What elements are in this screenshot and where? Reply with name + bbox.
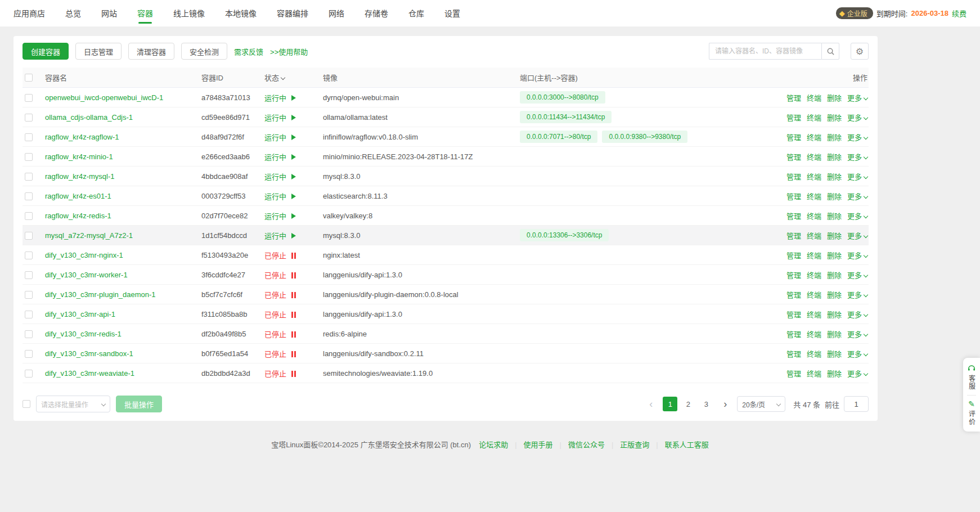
- next-page-button[interactable]: ›: [718, 397, 732, 411]
- page-size-select[interactable]: 20条/页: [737, 396, 785, 412]
- container-name-link[interactable]: ragflow_kr4z-redis-1: [45, 212, 111, 220]
- row-action-delete[interactable]: 删除: [827, 210, 842, 221]
- row-action-more[interactable]: 更多: [847, 388, 867, 390]
- renew-link[interactable]: 续费: [952, 8, 966, 19]
- container-name-link[interactable]: dify_v130_c3mr-worker-1: [45, 271, 128, 279]
- page-button-1[interactable]: 1: [663, 397, 677, 411]
- row-action-more[interactable]: 更多: [847, 309, 867, 320]
- row-checkbox[interactable]: [25, 114, 33, 122]
- row-action-manage[interactable]: 管理: [786, 289, 801, 300]
- row-action-manage[interactable]: 管理: [786, 92, 801, 103]
- row-action-manage[interactable]: 管理: [786, 329, 801, 339]
- row-action-more[interactable]: 更多: [847, 210, 867, 221]
- row-action-delete[interactable]: 删除: [827, 230, 842, 241]
- row-action-terminal[interactable]: 终端: [807, 151, 821, 162]
- row-action-terminal[interactable]: 终端: [807, 329, 821, 339]
- container-name-link[interactable]: dify_v130_c3mr-api-1: [45, 310, 115, 318]
- container-name-link[interactable]: dify_v130_c3mr-redis-1: [45, 330, 122, 338]
- container-name-link[interactable]: ragflow_kr4z-ragflow-1: [45, 133, 119, 141]
- row-action-terminal[interactable]: 终端: [807, 230, 821, 241]
- row-action-more[interactable]: 更多: [847, 270, 867, 280]
- row-action-delete[interactable]: 删除: [827, 92, 842, 103]
- row-action-delete[interactable]: 删除: [827, 368, 842, 379]
- row-action-delete[interactable]: 删除: [827, 151, 842, 162]
- container-name-link[interactable]: mysql_a7z2-mysql_A7z2-1: [45, 231, 133, 240]
- nav-item-线上镜像[interactable]: 线上镜像: [173, 0, 205, 27]
- goto-page-input[interactable]: [844, 396, 869, 412]
- row-checkbox[interactable]: [25, 350, 33, 358]
- row-action-delete[interactable]: 删除: [827, 132, 842, 142]
- row-checkbox[interactable]: [25, 94, 33, 102]
- nav-item-仓库[interactable]: 仓库: [408, 0, 424, 27]
- feedback-link[interactable]: 需求反馈: [234, 46, 263, 57]
- row-action-manage[interactable]: 管理: [786, 112, 801, 123]
- create-container-button[interactable]: 创建容器: [23, 43, 69, 60]
- container-name-link[interactable]: ragflow_kr4z-mysql-1: [45, 172, 115, 181]
- row-action-terminal[interactable]: 终端: [807, 348, 821, 359]
- settings-button[interactable]: ⚙: [851, 43, 869, 60]
- row-action-manage[interactable]: 管理: [786, 191, 801, 201]
- enterprise-badge[interactable]: ◆ 企业版: [836, 7, 873, 19]
- footer-link-微信公众号[interactable]: 微信公众号: [568, 441, 605, 449]
- row-action-terminal[interactable]: 终端: [807, 388, 821, 390]
- nav-item-网站[interactable]: 网站: [101, 0, 117, 27]
- row-checkbox[interactable]: [25, 271, 33, 279]
- nav-item-容器编排[interactable]: 容器编排: [277, 0, 308, 27]
- select-all-checkbox[interactable]: [25, 74, 33, 82]
- nav-item-应用商店[interactable]: 应用商店: [14, 0, 45, 27]
- bulk-select-checkbox[interactable]: [23, 400, 30, 408]
- row-action-delete[interactable]: 删除: [827, 250, 842, 261]
- row-action-more[interactable]: 更多: [847, 92, 867, 103]
- row-action-manage[interactable]: 管理: [786, 171, 801, 182]
- row-checkbox[interactable]: [25, 370, 33, 378]
- row-action-delete[interactable]: 删除: [827, 289, 842, 300]
- col-header-status[interactable]: 状态: [264, 72, 323, 83]
- footer-link-联系人工客服[interactable]: 联系人工客服: [665, 441, 709, 449]
- container-name-link[interactable]: ollama_cdjs-ollama_Cdjs-1: [45, 113, 133, 122]
- row-action-terminal[interactable]: 终端: [807, 368, 821, 379]
- row-action-delete[interactable]: 删除: [827, 329, 842, 339]
- row-action-manage[interactable]: 管理: [786, 270, 801, 280]
- row-action-manage[interactable]: 管理: [786, 210, 801, 221]
- log-manage-button[interactable]: 日志管理: [75, 43, 122, 60]
- search-input[interactable]: [709, 43, 821, 60]
- row-checkbox[interactable]: [25, 330, 33, 338]
- row-checkbox[interactable]: [25, 192, 33, 200]
- row-action-delete[interactable]: 删除: [827, 309, 842, 320]
- row-action-more[interactable]: 更多: [847, 151, 867, 162]
- row-action-delete[interactable]: 删除: [827, 348, 842, 359]
- footer-link-正版查询[interactable]: 正版查询: [620, 441, 649, 449]
- nav-item-容器[interactable]: 容器: [137, 0, 153, 27]
- nav-item-存储卷[interactable]: 存储卷: [365, 0, 388, 27]
- row-checkbox[interactable]: [25, 311, 33, 318]
- row-action-delete[interactable]: 删除: [827, 171, 842, 182]
- row-action-more[interactable]: 更多: [847, 368, 867, 379]
- row-action-manage[interactable]: 管理: [786, 368, 801, 379]
- container-name-link[interactable]: dify_v130_c3mr-web-1: [45, 389, 119, 390]
- bulk-action-select[interactable]: 请选择批量操作: [36, 396, 110, 412]
- row-action-terminal[interactable]: 终端: [807, 270, 821, 280]
- row-action-more[interactable]: 更多: [847, 112, 867, 123]
- row-checkbox[interactable]: [25, 291, 33, 299]
- row-action-manage[interactable]: 管理: [786, 132, 801, 142]
- row-action-manage[interactable]: 管理: [786, 309, 801, 320]
- row-action-terminal[interactable]: 终端: [807, 92, 821, 103]
- nav-item-总览[interactable]: 总览: [65, 0, 81, 27]
- row-action-delete[interactable]: 删除: [827, 388, 842, 390]
- page-button-2[interactable]: 2: [681, 397, 695, 411]
- row-action-delete[interactable]: 删除: [827, 270, 842, 280]
- row-action-terminal[interactable]: 终端: [807, 210, 821, 221]
- feedback-rating-button[interactable]: ✎ 评价: [967, 400, 977, 426]
- help-link[interactable]: >>使用帮助: [270, 46, 308, 57]
- row-action-manage[interactable]: 管理: [786, 388, 801, 390]
- row-action-more[interactable]: 更多: [847, 132, 867, 142]
- row-action-terminal[interactable]: 终端: [807, 171, 821, 182]
- clean-container-button[interactable]: 清理容器: [128, 43, 174, 60]
- row-action-more[interactable]: 更多: [847, 191, 867, 201]
- row-action-more[interactable]: 更多: [847, 329, 867, 339]
- container-name-link[interactable]: dify_v130_c3mr-sandbox-1: [45, 349, 133, 358]
- search-button[interactable]: [821, 43, 839, 60]
- security-check-button[interactable]: 安全检测: [181, 43, 227, 60]
- container-name-link[interactable]: dify_v130_c3mr-nginx-1: [45, 251, 123, 259]
- row-action-terminal[interactable]: 终端: [807, 191, 821, 201]
